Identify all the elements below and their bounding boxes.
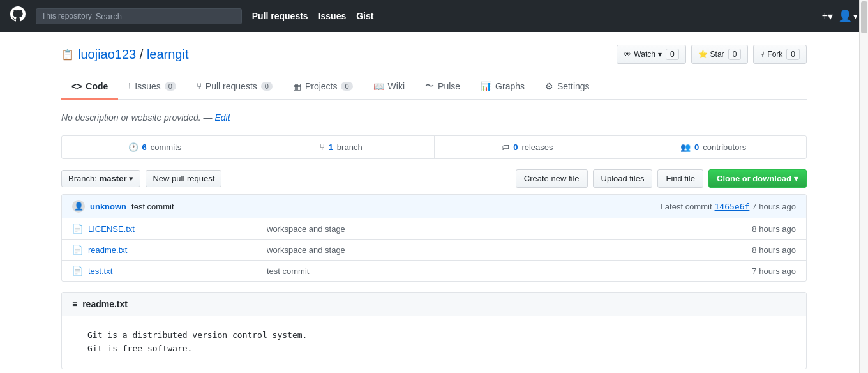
tab-wiki[interactable]: 📖 Wiki — [363, 74, 415, 100]
search-box[interactable]: This repository — [36, 8, 242, 24]
readme-section: ≡ readme.txt Git is a distributed versio… — [61, 292, 807, 369]
clone-or-download-button[interactable]: Clone or download ▾ — [708, 169, 807, 188]
star-button[interactable]: ⭐ Star 0 — [691, 45, 749, 64]
nav-pull-requests[interactable]: Pull requests — [252, 11, 308, 21]
user-menu[interactable]: 👤 ▾ — [838, 9, 858, 23]
nav-issues[interactable]: Issues — [318, 11, 347, 21]
table-row: 📄 readme.txt workspace and stage 8 hours… — [62, 240, 806, 261]
repo-icon: 📋 — [61, 49, 74, 61]
fork-count: 0 — [786, 49, 800, 60]
header-actions: + ▾ 👤 ▾ — [822, 9, 858, 23]
search-input[interactable] — [96, 11, 236, 21]
tab-graphs[interactable]: 📊 Graphs — [470, 74, 535, 100]
commit-message: test commit — [131, 202, 174, 211]
file-table: 👤 unknown test commit Latest commit 1465… — [61, 194, 807, 282]
search-label: This repository — [41, 11, 92, 20]
readme-title: readme.txt — [82, 299, 128, 309]
branch-dropdown-icon: ▾ — [129, 174, 133, 183]
fork-icon: ⑂ — [760, 50, 765, 59]
nav-gist[interactable]: Gist — [356, 11, 373, 21]
file-commit-message: workspace and stage — [267, 245, 752, 255]
committer-name[interactable]: unknown — [90, 202, 126, 211]
file-name-test[interactable]: test.txt — [88, 266, 267, 276]
create-new-file-button[interactable]: Create new file — [516, 169, 588, 188]
tab-pull-requests[interactable]: ⑂ Pull requests 0 — [186, 74, 283, 100]
repo-header: 📋 luojiao123 / learngit 👁 Watch ▾ 0 ⭐ St… — [61, 45, 807, 64]
branches-stat[interactable]: ⑂ 1 branch — [248, 136, 435, 158]
github-logo[interactable] — [10, 6, 26, 26]
clone-dropdown-icon: ▾ — [794, 174, 798, 183]
tab-code[interactable]: <> Code — [61, 74, 118, 100]
releases-stat[interactable]: 🏷 0 releases — [435, 136, 621, 158]
repo-owner-link[interactable]: luojiao123 — [78, 47, 136, 61]
settings-icon: ⚙ — [545, 81, 553, 91]
file-toolbar: Branch: master ▾ New pull request Create… — [61, 169, 807, 188]
contributors-stat[interactable]: 👥 0 contributors — [620, 136, 806, 158]
file-icon: 📄 — [72, 245, 83, 255]
tab-pulse[interactable]: 〜 Pulse — [415, 74, 470, 100]
issues-icon: ! — [128, 81, 131, 91]
file-icon: 📄 — [72, 224, 83, 234]
commit-bar: 👤 unknown test commit Latest commit 1465… — [62, 195, 806, 218]
file-commit-message: test commit — [267, 266, 752, 276]
star-count: 0 — [728, 49, 742, 60]
user-avatar-icon: 👤 — [838, 9, 852, 23]
commit-time: 7 hours ago — [752, 202, 796, 211]
toolbar-right: Create new file Upload files Find file C… — [516, 169, 807, 188]
commits-stat[interactable]: 🕐 6 commits — [62, 136, 248, 158]
scrollbar-thumb[interactable] — [861, 1, 867, 33]
new-pull-request-button[interactable]: New pull request — [146, 170, 221, 187]
watch-button[interactable]: 👁 Watch ▾ 0 — [617, 45, 685, 64]
pulse-icon: 〜 — [425, 80, 434, 92]
readme-header: ≡ readme.txt — [62, 293, 806, 316]
header-nav: Pull requests Issues Gist — [252, 11, 374, 21]
file-icon: 📄 — [72, 266, 83, 276]
pr-count: 0 — [261, 82, 273, 91]
tab-settings[interactable]: ⚙ Settings — [535, 74, 600, 100]
new-item-button[interactable]: + ▾ — [822, 10, 833, 22]
tab-issues[interactable]: ! Issues 0 — [118, 74, 186, 100]
file-commit-message: workspace and stage — [267, 224, 752, 234]
repo-name-link[interactable]: learngit — [147, 47, 189, 61]
main-content: 📋 luojiao123 / learngit 👁 Watch ▾ 0 ⭐ St… — [51, 32, 817, 369]
pr-icon: ⑂ — [197, 81, 202, 91]
readme-body: Git is a distributed version control sys… — [62, 316, 806, 369]
issues-count: 0 — [165, 82, 176, 91]
branch-selector[interactable]: Branch: master ▾ — [61, 170, 140, 187]
table-row: 📄 LICENSE.txt workspace and stage 8 hour… — [62, 218, 806, 240]
readme-line-2: Git is free software. — [87, 342, 781, 356]
file-name-readme[interactable]: readme.txt — [88, 245, 267, 255]
watch-count: 0 — [666, 49, 679, 60]
fork-button[interactable]: ⑂ Fork 0 — [753, 45, 807, 64]
file-time: 7 hours ago — [752, 266, 796, 276]
find-file-button[interactable]: Find file — [657, 169, 703, 188]
projects-count: 0 — [341, 82, 352, 91]
contributors-icon: 👥 — [680, 142, 691, 152]
branches-icon: ⑂ — [320, 142, 325, 152]
header: This repository Pull requests Issues Gis… — [0, 0, 868, 32]
repo-path: luojiao123 / learngit — [78, 47, 189, 62]
repo-description: No description or website provided. — Ed… — [61, 112, 807, 123]
stats-bar: 🕐 6 commits ⑂ 1 branch 🏷 0 releases 👥 0 … — [61, 135, 807, 159]
eye-icon: 👁 — [624, 50, 631, 59]
edit-description-link[interactable]: Edit — [214, 112, 230, 123]
repo-tabs: <> Code ! Issues 0 ⑂ Pull requests 0 ▦ P… — [61, 74, 807, 100]
code-icon: <> — [71, 81, 82, 91]
upload-files-button[interactable]: Upload files — [593, 169, 653, 188]
latest-commit-info: Latest commit 1465e6f 7 hours ago — [661, 202, 796, 211]
repo-actions: 👁 Watch ▾ 0 ⭐ Star 0 ⑂ Fork 0 — [617, 45, 807, 64]
scrollbar[interactable] — [859, 0, 868, 369]
avatar-icon: 👤 — [74, 202, 84, 211]
commit-hash-link[interactable]: 1465e6f — [715, 202, 750, 211]
star-icon: ⭐ — [698, 50, 708, 59]
file-name-license[interactable]: LICENSE.txt — [88, 224, 267, 234]
repo-separator: / — [140, 47, 144, 61]
tab-projects[interactable]: ▦ Projects 0 — [283, 74, 363, 100]
commits-icon: 🕐 — [128, 142, 138, 152]
releases-icon: 🏷 — [501, 142, 509, 152]
file-time: 8 hours ago — [752, 224, 796, 234]
committer-avatar: 👤 — [72, 200, 85, 213]
file-time: 8 hours ago — [752, 245, 796, 255]
projects-icon: ▦ — [293, 81, 301, 91]
watch-dropdown-icon: ▾ — [658, 50, 662, 59]
